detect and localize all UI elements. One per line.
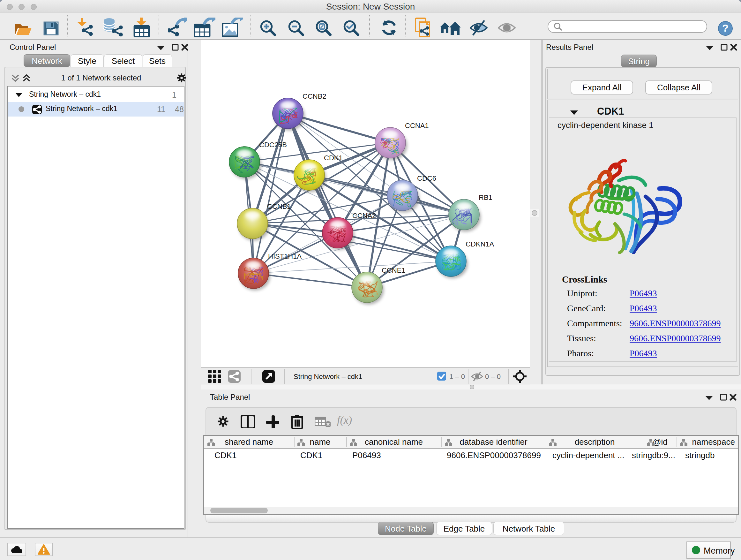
svg-text:CDC25B: CDC25B <box>259 141 287 149</box>
svg-text:CCNB2: CCNB2 <box>302 92 327 100</box>
svg-text:HIST1H1A: HIST1H1A <box>268 252 301 260</box>
svg-text:RB1: RB1 <box>479 193 492 201</box>
svg-text:CCNB1: CCNB1 <box>267 202 291 210</box>
svg-text:CCNA1: CCNA1 <box>405 122 429 130</box>
svg-text:?: ? <box>722 22 729 34</box>
svg-text:CDK1: CDK1 <box>324 154 343 162</box>
svg-text:CDKN1A: CDKN1A <box>466 240 494 248</box>
svg-text:CCNA2: CCNA2 <box>352 212 376 220</box>
svg-text:CDC6: CDC6 <box>417 174 436 182</box>
svg-text:CCNE1: CCNE1 <box>382 266 406 274</box>
